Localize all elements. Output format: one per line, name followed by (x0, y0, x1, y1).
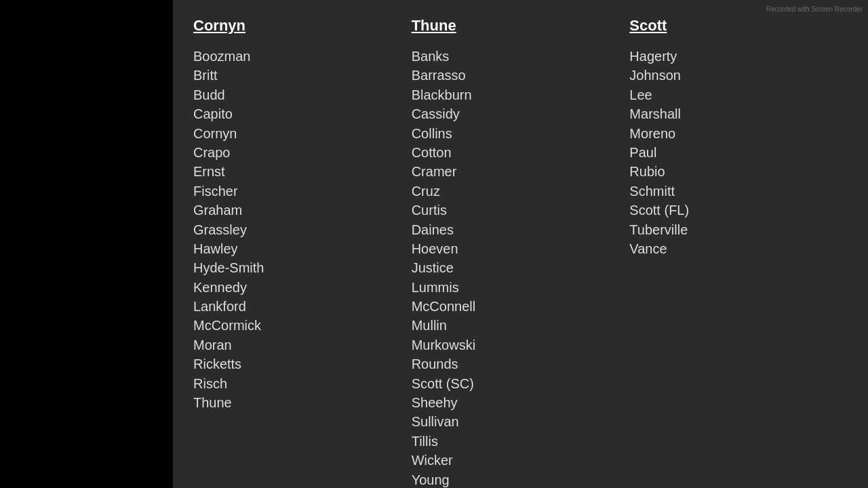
list-item: Curtis (412, 201, 630, 220)
list-item: Rounds (412, 354, 630, 373)
list-item: Grassley (193, 220, 412, 239)
main-content: Recorded with Screen Recorder CornynBooz… (173, 0, 868, 488)
list-item: McCormick (193, 316, 412, 335)
column-cornyn: CornynBoozmanBrittBuddCapitoCornynCrapoE… (193, 17, 412, 488)
watermark-text: Recorded with Screen Recorder (766, 5, 863, 13)
list-item: Wicker (412, 451, 630, 470)
list-item: Hawley (193, 239, 412, 258)
list-item: Crapo (193, 143, 412, 162)
list-item: Graham (193, 201, 412, 220)
list-item: Marshall (629, 104, 848, 123)
list-item: Paul (629, 143, 848, 162)
list-item: Cramer (412, 162, 630, 181)
list-item: Young (412, 470, 630, 488)
list-item: Budd (193, 85, 412, 104)
list-item: Collins (412, 124, 630, 143)
column-header-thune: Thune (412, 17, 630, 35)
list-item: Hagerty (629, 47, 848, 66)
column-scott: ScottHagertyJohnsonLeeMarshallMorenoPaul… (629, 17, 848, 488)
list-item: Cornyn (193, 124, 412, 143)
list-item: Mullin (412, 316, 630, 335)
column-header-scott: Scott (629, 17, 848, 35)
list-item: Lummis (412, 278, 630, 297)
list-item: Tuberville (629, 220, 848, 239)
column-header-cornyn: Cornyn (193, 17, 412, 35)
list-item: Murkowski (412, 336, 630, 354)
list-item: Banks (412, 47, 630, 66)
list-item: Sullivan (412, 412, 630, 431)
list-item: Blackburn (412, 85, 630, 104)
list-item: Cassidy (412, 104, 630, 123)
list-item: Capito (193, 104, 412, 123)
list-item: Britt (193, 66, 412, 85)
list-item: Rubio (629, 162, 848, 181)
list-item: McConnell (412, 297, 630, 316)
list-item: Daines (412, 220, 630, 239)
list-item: Vance (629, 239, 848, 258)
column-thune: ThuneBanksBarrassoBlackburnCassidyCollin… (412, 17, 630, 488)
list-item: Thune (193, 393, 412, 412)
list-item: Ernst (193, 162, 412, 181)
list-item: Moran (193, 336, 412, 354)
list-item: Hyde-Smith (193, 258, 412, 277)
list-item: Risch (193, 374, 412, 393)
list-item: Sheehy (412, 393, 630, 412)
list-item: Barrasso (412, 66, 630, 85)
list-item: Fischer (193, 182, 412, 201)
list-item: Cotton (412, 143, 630, 162)
list-item: Tillis (412, 432, 630, 451)
list-item: Justice (412, 258, 630, 277)
list-item: Lee (629, 85, 848, 104)
list-item: Kennedy (193, 278, 412, 297)
list-item: Johnson (629, 66, 848, 85)
list-item: Boozman (193, 47, 412, 66)
left-panel (0, 0, 173, 488)
list-item: Moreno (629, 124, 848, 143)
list-item: Scott (FL) (629, 201, 848, 220)
columns-container: CornynBoozmanBrittBuddCapitoCornynCrapoE… (193, 17, 848, 488)
list-item: Scott (SC) (412, 374, 630, 393)
list-item: Cruz (412, 182, 630, 201)
list-item: Lankford (193, 297, 412, 316)
list-item: Ricketts (193, 354, 412, 373)
list-item: Schmitt (629, 182, 848, 201)
list-item: Hoeven (412, 239, 630, 258)
